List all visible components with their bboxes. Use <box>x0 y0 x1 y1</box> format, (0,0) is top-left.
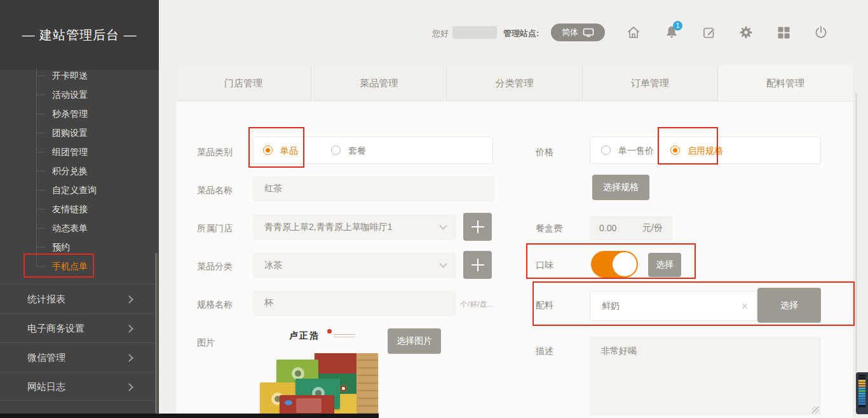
chevron-right-icon <box>125 295 133 304</box>
sidebar-item-huodong[interactable]: 活动设置 <box>0 85 159 104</box>
dish-name-label: 菜品名称 <box>197 184 233 196</box>
ingredient-select-button[interactable]: 选择 <box>757 288 821 323</box>
monitor-icon <box>583 28 594 37</box>
radio-single-item-label[interactable]: 单品 <box>280 145 298 156</box>
sidebar-item-yuyue[interactable]: 预约 <box>0 238 159 257</box>
chevron-down-icon <box>439 222 447 230</box>
ingredient-value: 鲜奶 <box>602 300 620 312</box>
tab-ingredient-management[interactable]: 配料管理 <box>718 65 853 101</box>
radio-combo-label[interactable]: 套餐 <box>348 145 366 156</box>
add-category-button[interactable] <box>463 251 492 279</box>
description-label: 描述 <box>536 344 553 357</box>
grid-icon[interactable] <box>776 25 791 40</box>
textarea-resize-handle[interactable] <box>812 407 819 414</box>
tab-dish-management[interactable]: 菜品管理 <box>311 65 447 101</box>
section-label: 微信管理 <box>27 352 65 363</box>
section-label: 电子商务设置 <box>27 323 85 334</box>
language-pill[interactable]: 简体 <box>551 24 605 41</box>
chevron-right-icon <box>125 383 133 391</box>
sidebar-item-zutuan[interactable]: 组团管理 <box>0 142 159 161</box>
plus-icon <box>463 251 492 279</box>
store-select[interactable]: 青青原上草2,青青原上草咖啡厅1 <box>253 214 456 239</box>
bottom-edge-strip <box>0 414 379 418</box>
chevron-right-icon <box>125 354 133 362</box>
tab-bar: 门店管理 菜品管理 分类管理 订单管理 配料管理 <box>176 65 853 102</box>
clear-icon[interactable]: × <box>741 300 748 312</box>
store-select-value: 青青原上草2,青青原上草咖啡厅1 <box>264 222 392 232</box>
language-label: 简体 <box>562 27 578 38</box>
category-select[interactable]: 冰茶 <box>253 252 456 278</box>
app-window: — 建站管理后台 — 开卡即送 活动设置 秒杀管理 团购设置 组团管理 积分兑换… <box>0 0 868 418</box>
radio-single-item[interactable] <box>263 145 273 155</box>
content-panel: 门店管理 菜品管理 分类管理 订单管理 配料管理 菜品类别 单品 套餐 菜品名称… <box>176 65 853 418</box>
radio-single-price[interactable] <box>601 145 611 155</box>
sidebar-item-dongtai[interactable]: 动态表单 <box>0 219 159 238</box>
flavor-toggle[interactable] <box>591 251 638 278</box>
sidebar: — 建站管理后台 — 开卡即送 活动设置 秒杀管理 团购设置 组团管理 积分兑换… <box>0 0 159 418</box>
redacted-username <box>452 26 497 39</box>
plus-icon <box>463 213 492 241</box>
category-label: 菜品分类 <box>197 260 233 273</box>
mini-widget[interactable] <box>856 372 868 414</box>
chevron-down-icon <box>439 260 447 268</box>
home-icon[interactable] <box>626 25 641 40</box>
store-label: 所属门店 <box>197 222 233 234</box>
box-fee-value: 0.00 <box>599 223 616 233</box>
select-image-button[interactable]: 选择图片 <box>388 328 441 354</box>
chevron-right-icon <box>125 325 133 333</box>
sidebar-item-miaosha[interactable]: 秒杀管理 <box>0 104 159 123</box>
greeting-text: 您好 <box>432 28 449 39</box>
manage-site-label: 管理站点: <box>503 28 539 39</box>
edit-icon[interactable] <box>702 25 717 40</box>
box-fee-field[interactable]: 0.00 元/份 <box>590 216 672 240</box>
brand-text: 卢正浩 <box>289 330 320 342</box>
dish-name-input[interactable] <box>253 176 494 201</box>
flavor-select-button[interactable]: 选择 <box>648 253 681 277</box>
sidebar-item-mobile-order[interactable]: 手机点单 <box>0 257 159 276</box>
sidebar-item-youqing[interactable]: 友情链接 <box>0 199 159 219</box>
price-label: 价格 <box>536 145 553 158</box>
price-type-group: 单一售价 启用规格 <box>590 137 821 164</box>
toggle-knob <box>613 252 637 276</box>
radio-combo[interactable] <box>331 145 341 155</box>
brand-subtext <box>334 334 355 337</box>
page-scrollbar[interactable] <box>855 93 857 398</box>
sidebar-section-logs[interactable]: 网站日志 <box>0 372 159 401</box>
product-image: 卢正浩 <box>259 329 389 418</box>
radio-single-price-label[interactable]: 单一售价 <box>618 145 654 156</box>
power-icon[interactable] <box>813 25 829 40</box>
sidebar-section-stats[interactable]: 统计报表 <box>0 284 159 313</box>
sidebar-item-tuangou[interactable]: 团购设置 <box>0 123 159 142</box>
sidebar-scrollbar[interactable] <box>155 253 158 418</box>
spec-name-input[interactable] <box>253 290 456 316</box>
spec-hint: 个/杯/盘... <box>460 299 494 310</box>
tab-order-management[interactable]: 订单管理 <box>583 65 718 101</box>
tab-store-management[interactable]: 门店管理 <box>176 65 311 101</box>
spec-name-label: 规格名称 <box>197 298 233 311</box>
app-title: — 建站管理后台 — <box>0 0 159 70</box>
add-store-button[interactable] <box>463 213 492 241</box>
select-spec-button[interactable]: 选择规格 <box>592 175 649 200</box>
dish-type-label: 菜品类别 <box>197 145 233 158</box>
dish-type-group: 单品 套餐 <box>253 137 493 164</box>
sidebar-item-kaika[interactable]: 开卡即送 <box>0 66 159 85</box>
flavor-label: 口味 <box>536 259 553 271</box>
radio-enable-spec[interactable] <box>670 145 680 155</box>
description-textarea[interactable]: 非常好喝 <box>590 337 821 415</box>
box-fee-label: 餐盒费 <box>536 222 562 234</box>
sidebar-item-jifen[interactable]: 积分兑换 <box>0 161 159 180</box>
section-label: 统计报表 <box>27 293 65 304</box>
notification-badge: 1 <box>673 21 682 30</box>
brand-dot <box>327 329 332 334</box>
section-label: 网站日志 <box>27 381 65 392</box>
ingredient-label: 配料 <box>536 299 553 311</box>
image-label: 图片 <box>197 336 215 349</box>
sidebar-item-zidingyi[interactable]: 自定义查询 <box>0 180 159 199</box>
sidebar-section-wechat[interactable]: 微信管理 <box>0 342 159 372</box>
category-select-value: 冰茶 <box>264 260 282 270</box>
ingredient-field[interactable]: 鲜奶 × <box>590 291 757 321</box>
tab-category-management[interactable]: 分类管理 <box>447 65 582 101</box>
radio-enable-spec-label[interactable]: 启用规格 <box>688 145 723 156</box>
gear-icon[interactable] <box>738 25 754 40</box>
sidebar-section-ecommerce[interactable]: 电子商务设置 <box>0 313 159 342</box>
